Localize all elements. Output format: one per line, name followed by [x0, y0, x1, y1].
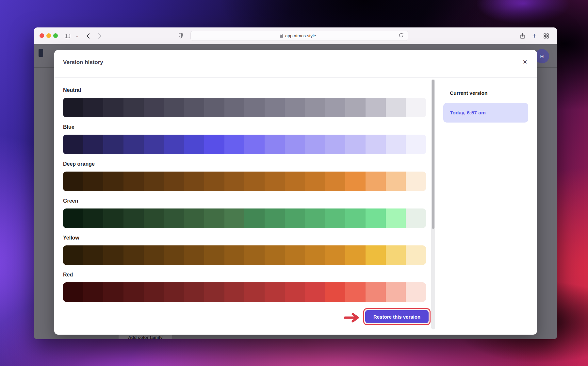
color-swatch [164, 98, 184, 117]
color-swatch [305, 98, 325, 117]
color-swatch [244, 135, 265, 154]
family-label: Red [63, 272, 426, 279]
color-swatch [83, 135, 104, 154]
color-swatch [305, 245, 325, 265]
tab-overview-icon[interactable] [542, 27, 550, 44]
color-swatch [285, 98, 305, 117]
color-swatch [123, 245, 144, 265]
family-swatch-strip [63, 172, 426, 191]
modal-scrollbar-thumb[interactable] [432, 80, 434, 229]
color-swatch [184, 282, 204, 302]
color-swatch [305, 208, 325, 228]
family-label: Blue [63, 124, 426, 131]
color-swatch [144, 172, 164, 191]
sidebar-toggle-icon[interactable] [63, 27, 71, 44]
color-swatch [366, 172, 386, 191]
refresh-icon[interactable] [399, 33, 403, 39]
color-swatch [386, 208, 406, 228]
modal-scrollbar[interactable] [431, 79, 435, 329]
color-swatch [83, 98, 104, 117]
close-icon[interactable]: ✕ [521, 58, 529, 66]
family-swatch-strip [63, 135, 426, 154]
modal-title: Version history [63, 59, 103, 66]
color-swatch [386, 135, 406, 154]
url-bar-content: app.atmos.style [280, 31, 316, 41]
color-swatch [265, 135, 285, 154]
color-swatch [184, 208, 204, 228]
color-swatch [345, 208, 366, 228]
color-swatch [204, 98, 224, 117]
color-swatch [244, 245, 265, 265]
back-icon[interactable] [84, 27, 91, 44]
family-label: Neutral [63, 87, 426, 94]
forward-icon[interactable] [96, 27, 103, 44]
color-swatch [305, 135, 325, 154]
new-tab-icon[interactable]: + [531, 27, 538, 44]
color-swatch [285, 282, 305, 302]
color-swatch [325, 282, 345, 302]
color-swatch [366, 282, 386, 302]
color-swatch [366, 135, 386, 154]
color-swatch [406, 98, 426, 117]
color-swatch [325, 208, 345, 228]
color-swatch [224, 135, 245, 154]
share-icon[interactable] [519, 27, 526, 44]
color-swatch [244, 172, 265, 191]
traffic-light-zoom[interactable] [53, 33, 58, 38]
color-swatch [366, 98, 386, 117]
color-swatch [224, 98, 245, 117]
shield-icon[interactable] [177, 27, 184, 44]
color-swatch [224, 245, 245, 265]
family-label: Deep orange [63, 161, 426, 168]
color-swatch [103, 98, 123, 117]
color-swatch [103, 135, 123, 154]
color-swatch [406, 135, 426, 154]
color-swatch [285, 172, 305, 191]
browser-toolbar: ⌄ app.atmos.style + [34, 27, 557, 44]
traffic-light-close[interactable] [40, 33, 44, 38]
color-swatch [244, 282, 265, 302]
url-bar[interactable]: app.atmos.style [190, 31, 408, 41]
color-swatch [406, 208, 426, 228]
color-swatch [184, 98, 204, 117]
color-swatch [103, 282, 123, 302]
color-swatch [265, 208, 285, 228]
family-swatch-strip [63, 245, 426, 265]
color-swatch [83, 245, 104, 265]
color-swatch [285, 135, 305, 154]
color-swatch [164, 172, 184, 191]
color-swatch [345, 98, 366, 117]
color-swatch [305, 172, 325, 191]
color-swatch [63, 172, 83, 191]
color-swatch [184, 135, 204, 154]
page-overlay-backdrop: H Add color family Version history ✕ Neu… [34, 44, 557, 339]
restore-version-button[interactable]: Restore this version [365, 310, 429, 323]
color-swatch [103, 245, 123, 265]
chevron-down-icon[interactable]: ⌄ [74, 27, 80, 44]
version-item-current[interactable]: Today, 6:57 am [443, 103, 528, 123]
color-swatch [386, 245, 406, 265]
color-swatch [63, 245, 83, 265]
color-swatch [366, 245, 386, 265]
color-families: NeutralBlueDeep orangeGreenYellowRed [63, 87, 426, 309]
annotation-arrow-icon [343, 312, 361, 325]
family-swatch-strip [63, 208, 426, 228]
color-swatch [325, 245, 345, 265]
url-text: app.atmos.style [285, 33, 316, 38]
version-sidebar: Current version Today, 6:57 am [437, 77, 537, 335]
color-swatch [164, 245, 184, 265]
color-swatch [244, 98, 265, 117]
family-swatch-strip [63, 282, 426, 302]
color-swatch [345, 172, 366, 191]
color-swatch [164, 208, 184, 228]
color-swatch [265, 98, 285, 117]
color-swatch [224, 172, 245, 191]
app-logo [39, 49, 43, 57]
color-swatch [123, 98, 144, 117]
color-swatch [265, 282, 285, 302]
traffic-light-minimize[interactable] [46, 33, 51, 38]
color-swatch [386, 172, 406, 191]
color-swatch [63, 208, 83, 228]
color-swatch [366, 208, 386, 228]
color-swatch [285, 208, 305, 228]
